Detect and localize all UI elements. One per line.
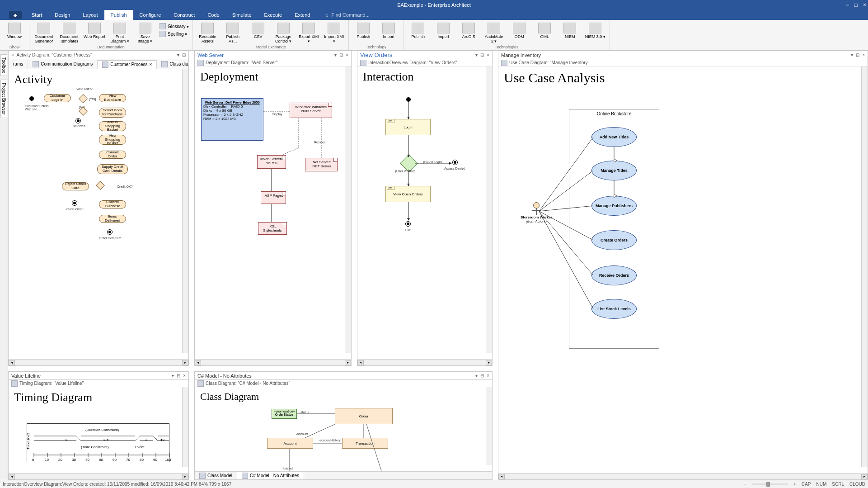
vl-canvas[interactable]: Timing Diagram TimeLine2 {Duration Const…: [9, 387, 188, 473]
pin-icon[interactable]: ⊟: [480, 373, 484, 378]
ribbon-arcgis[interactable]: ArcGIS: [458, 21, 479, 39]
activity-canvas[interactable]: Activity Customer Logs In Valid User? [Y…: [9, 69, 188, 359]
scroll-right-icon[interactable]: ▸: [486, 360, 492, 365]
close-icon[interactable]: ×: [487, 52, 489, 57]
dropdown-icon[interactable]: ▾: [475, 52, 478, 57]
ribbon-tech-publish[interactable]: Publish: [352, 21, 374, 39]
uc-manage-titles[interactable]: Manage Titles: [591, 161, 637, 180]
cs-canvas[interactable]: Class Diagram «enumeration»OrderStatus O…: [195, 387, 492, 471]
pin-icon[interactable]: ⊟: [339, 52, 343, 57]
tab-simulate[interactable]: Simulate: [226, 10, 258, 20]
dep-windows[interactable]: Windows: Windows 2003 Server: [290, 103, 332, 118]
initial-node-icon[interactable]: [29, 96, 34, 101]
web-hscroll[interactable]: ◂▸: [195, 359, 351, 365]
decision-valid-user[interactable]: [79, 94, 88, 103]
dropdown-icon[interactable]: ▾: [851, 52, 853, 57]
node-commit[interactable]: Commit Order: [99, 151, 126, 159]
vscroll[interactable]: [182, 69, 188, 353]
tab-layout[interactable]: Layout: [76, 10, 104, 20]
dep-web-server[interactable]: Web Server: Dell PowerEdge 2650 Disk Con…: [201, 98, 263, 141]
cls-order[interactable]: Order: [335, 408, 393, 424]
node-select[interactable]: Select Book for Purchase: [99, 108, 126, 118]
zoom-in-icon[interactable]: +: [793, 482, 796, 487]
app-logo-icon[interactable]: ◆: [9, 11, 22, 19]
final-complete[interactable]: [107, 229, 113, 235]
vscroll[interactable]: [486, 387, 492, 465]
ribbon-export-xmi[interactable]: Export XMI ▾: [298, 21, 319, 43]
ribbon-reusable-assets[interactable]: Reusable Assets: [197, 21, 218, 43]
tab-customer-process[interactable]: Customer Process ×: [98, 60, 157, 69]
scroll-right-icon[interactable]: ▸: [345, 360, 351, 365]
dropdown-icon[interactable]: ▾: [334, 52, 337, 57]
scroll-left-icon[interactable]: ◂: [9, 474, 15, 479]
dropdown-icon[interactable]: ▾: [172, 373, 174, 378]
scroll-left-icon[interactable]: ◂: [195, 360, 201, 365]
scroll-left-icon[interactable]: ◂: [9, 360, 15, 365]
pin-icon[interactable]: ⊟: [177, 373, 180, 378]
dropdown-icon[interactable]: ▾: [177, 52, 179, 57]
node-view-store[interactable]: View BookStore: [99, 94, 126, 102]
nav-back-icon[interactable]: «: [11, 52, 14, 57]
ribbon-package-control[interactable]: Package Control ▾: [272, 21, 294, 43]
pin-icon[interactable]: ⊟: [182, 52, 186, 57]
uc-add-titles[interactable]: Add New Titles: [591, 127, 637, 147]
mi-canvas[interactable]: Use Case Analysis Online Bookstore Store…: [498, 66, 868, 473]
pin-icon[interactable]: ⊟: [480, 52, 484, 57]
node-reject[interactable]: Reject Credit Card: [62, 182, 89, 190]
close-button[interactable]: ×: [863, 2, 866, 8]
ribbon-print-diagram[interactable]: Print Diagram ▾: [109, 21, 131, 43]
vo-canvas[interactable]: Interaction refLogin [User Verified] [Fa…: [357, 66, 492, 359]
ribbon-t-publish[interactable]: Publish: [407, 21, 429, 39]
ribbon-csv[interactable]: CSV: [247, 21, 269, 39]
frag-login[interactable]: refLogin: [385, 119, 431, 135]
ribbon-glossary[interactable]: Glossary ▾: [160, 23, 189, 30]
scroll-right-icon[interactable]: ▸: [861, 474, 868, 479]
tab-code[interactable]: Code: [201, 10, 225, 20]
dep-iis[interactable]: «Web Server»:IIS 5.0: [257, 155, 286, 169]
vo-exit[interactable]: [405, 221, 411, 227]
close-tab-icon[interactable]: ×: [150, 62, 152, 67]
ribbon-niem[interactable]: NIEM: [559, 21, 581, 39]
find-command[interactable]: ⌕ Find Command...: [325, 12, 369, 18]
vo-initial[interactable]: [406, 97, 411, 102]
ribbon-doc-templates[interactable]: Document Templates: [58, 21, 80, 43]
zoom-out-icon[interactable]: −: [744, 482, 746, 487]
close-icon[interactable]: ×: [487, 373, 489, 378]
dep-xsl[interactable]: :XSL Stylesheets: [258, 222, 287, 235]
dropdown-icon[interactable]: ▾: [475, 373, 478, 378]
maximize-button[interactable]: □: [854, 2, 858, 8]
cls-transaction[interactable]: Transaction: [342, 438, 388, 449]
vscroll[interactable]: [182, 387, 188, 467]
final-close[interactable]: [72, 200, 77, 206]
ribbon-publish-as[interactable]: Publish As...: [222, 21, 244, 43]
ribbon-web-report[interactable]: Web Report: [84, 21, 105, 39]
scroll-right-icon[interactable]: ▸: [182, 360, 188, 365]
activity-hscroll[interactable]: ◂▸: [9, 359, 188, 365]
vl-hscroll[interactable]: ◂▸: [9, 473, 188, 479]
tab-extend[interactable]: Extend: [288, 10, 316, 20]
scroll-left-icon[interactable]: ◂: [357, 360, 364, 365]
node-deliver[interactable]: Items Delivered: [99, 215, 126, 223]
decision-credit[interactable]: [96, 181, 105, 190]
ribbon-window[interactable]: Window: [4, 21, 25, 39]
ribbon-t-import[interactable]: Import: [432, 21, 454, 39]
sidetab-toolbox[interactable]: Toolbox: [0, 54, 7, 76]
tab-publish[interactable]: Publish: [104, 10, 133, 20]
vscroll[interactable]: [861, 66, 868, 467]
ribbon-doc-generator[interactable]: Document Generator: [33, 21, 55, 43]
node-login[interactable]: Customer Logs In: [44, 94, 71, 102]
tab-construct[interactable]: Construct: [167, 10, 201, 20]
vscroll[interactable]: [486, 66, 492, 353]
dep-asp[interactable]: :ASP Pages: [261, 191, 286, 204]
uc-receive-orders[interactable]: Receive Orders: [591, 265, 637, 285]
ribbon-archimate[interactable]: ArchiMate 2 ▾: [483, 21, 505, 43]
mi-hscroll[interactable]: ◂▸: [498, 473, 868, 479]
tab-rams[interactable]: rams: [9, 60, 28, 69]
sidetab-project-browser[interactable]: Project Browser: [0, 80, 7, 118]
node-supply[interactable]: Supply Credit Card Details: [97, 164, 128, 174]
tab-comm-diagrams[interactable]: Communication Diagrams: [28, 60, 98, 69]
minimize-button[interactable]: −: [846, 2, 849, 8]
ribbon-spelling[interactable]: Spelling ▾: [160, 30, 189, 38]
uc-create-orders[interactable]: Create Orders: [591, 230, 637, 250]
pin-icon[interactable]: ⊟: [856, 52, 859, 57]
